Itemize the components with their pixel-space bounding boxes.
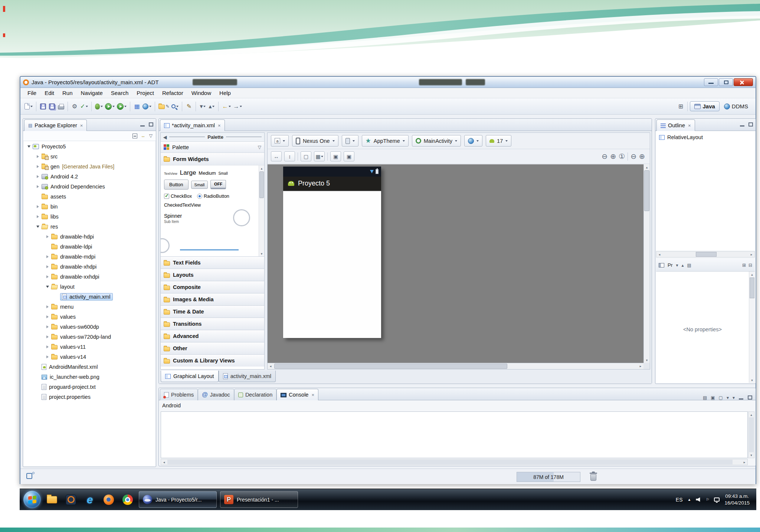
expand-arrow-icon[interactable]: [45, 264, 50, 270]
zoom-in-mag-icon[interactable]: ⊕: [610, 153, 616, 160]
show-hidden-icons[interactable]: ▲: [688, 497, 691, 502]
expand-arrow-icon[interactable]: [45, 314, 50, 320]
tree-item[interactable]: drawable-xxhdpi: [24, 272, 155, 282]
tree-item[interactable]: src: [24, 151, 155, 161]
prev-annotation-button[interactable]: ▴: [207, 101, 216, 112]
next-annotation-button[interactable]: ▾: [198, 101, 207, 112]
print-button[interactable]: [56, 101, 65, 112]
tree-item[interactable]: values: [24, 312, 155, 322]
taskbar-internet-explorer-button[interactable]: e: [82, 492, 98, 508]
scrollbar-thumb[interactable]: [274, 364, 507, 369]
tab-outline[interactable]: Outline ×: [656, 119, 695, 131]
tree-item[interactable]: drawable-hdpi: [24, 231, 155, 242]
expand-arrow-icon[interactable]: [45, 234, 50, 240]
expand-arrow-icon[interactable]: [35, 184, 41, 190]
tree-item[interactable]: layout: [24, 282, 155, 292]
menu-file[interactable]: File: [23, 88, 40, 98]
save-button[interactable]: [39, 101, 48, 112]
tree-item[interactable]: Android Dependencies: [24, 181, 155, 191]
palette-item-spinner[interactable]: Spinner Sub Item: [164, 213, 182, 224]
menu-search[interactable]: Search: [107, 88, 133, 98]
taskbar-media-player-button[interactable]: [63, 492, 79, 508]
palette-item-textview[interactable]: TextView Large Medium Small: [164, 169, 228, 177]
scroll-left-icon[interactable]: ◂: [656, 252, 662, 257]
close-view-icon[interactable]: ×: [80, 123, 83, 128]
tab-problems[interactable]: Problems: [160, 389, 198, 400]
open-perspective-button[interactable]: ⊞: [676, 101, 685, 112]
palette-item-checkedtextview[interactable]: CheckedTextView: [164, 203, 201, 208]
device-preview[interactable]: Proyecto 5: [283, 167, 381, 338]
expand-all-icon[interactable]: ⊞: [742, 263, 746, 267]
new-grid-button[interactable]: ▦: [132, 101, 141, 112]
palette-item-progressbar-large[interactable]: [233, 209, 250, 226]
palette-item-small-button[interactable]: Small: [191, 181, 208, 189]
zoom-out-icon[interactable]: ⊖: [630, 153, 636, 160]
tree-item[interactable]: Android 4.2: [24, 171, 155, 181]
forward-button[interactable]: →: [232, 101, 243, 112]
tab-package-explorer[interactable]: ▤ Package Explorer ×: [24, 119, 87, 131]
scroll-up-icon[interactable]: ▴: [644, 164, 650, 170]
pin-console-icon[interactable]: ▢: [719, 395, 723, 400]
volume-icon[interactable]: [696, 497, 701, 502]
palette-menu-icon[interactable]: ▽: [258, 145, 261, 150]
tree-item[interactable]: res: [24, 221, 155, 231]
maximize-view-icon[interactable]: [747, 395, 753, 400]
display-console-icon[interactable]: ▾: [727, 395, 729, 400]
scroll-right-icon[interactable]: ▸: [741, 459, 747, 465]
palette-section-advanced[interactable]: Advanced: [161, 330, 264, 342]
tree-item[interactable]: drawable-mdpi: [24, 252, 155, 262]
scroll-down-icon[interactable]: ▾: [259, 251, 264, 256]
palette-section-layouts[interactable]: Layouts: [161, 269, 264, 281]
close-tab-icon[interactable]: ×: [218, 123, 221, 128]
start-button[interactable]: [23, 491, 41, 508]
design-canvas[interactable]: Proyecto 5: [268, 164, 643, 363]
run-external-button[interactable]: [116, 101, 128, 112]
api-level-dropdown[interactable]: 17: [486, 135, 511, 147]
palette-item-button[interactable]: Button: [164, 180, 189, 190]
palette-section-form-widgets[interactable]: Form Widgets: [161, 153, 264, 165]
tool-grid-button[interactable]: ▦: [314, 151, 325, 161]
taskbar-chrome-button[interactable]: [120, 492, 135, 508]
close-view-icon[interactable]: ×: [688, 123, 691, 128]
taskbar-explorer-button[interactable]: [44, 492, 60, 508]
tab-console[interactable]: Console ×: [276, 389, 318, 400]
scroll-lock-icon[interactable]: ▣: [711, 395, 715, 400]
tab-activity-main-xml[interactable]: *activity_main.xml ×: [160, 119, 225, 131]
minimize-view-icon[interactable]: [740, 122, 745, 127]
close-button[interactable]: [734, 78, 753, 86]
mark-occurrences-button[interactable]: ✎: [184, 101, 193, 112]
tool-move-h-button[interactable]: ↔: [271, 151, 282, 161]
outline-horizontal-scrollbar[interactable]: ◂ ▸: [656, 251, 755, 257]
scroll-up-icon[interactable]: ▴: [259, 165, 264, 171]
tree-item[interactable]: ic_launcher-web.png: [24, 372, 155, 382]
tree-item[interactable]: values-v14: [24, 352, 155, 362]
minimize-button[interactable]: [704, 78, 718, 86]
palette-section-images-media[interactable]: Images & Media: [161, 293, 264, 305]
palette-section-time-date[interactable]: Time & Date: [161, 305, 264, 318]
tree-item[interactable]: proguard-project.txt: [24, 382, 155, 392]
tab-javadoc[interactable]: @ Javadoc: [198, 389, 234, 400]
palette-item-progressbar[interactable]: [161, 238, 170, 253]
palette-section-other[interactable]: Other: [161, 342, 264, 354]
expand-arrow-icon[interactable]: [35, 164, 41, 170]
show-advanced-icon[interactable]: ▤: [687, 263, 691, 267]
console-output[interactable]: [161, 411, 748, 458]
perspective-ddms[interactable]: DDMS: [720, 101, 753, 111]
expand-arrow-icon[interactable]: [45, 324, 50, 330]
menu-navigate[interactable]: Navigate: [77, 88, 107, 98]
link-with-editor-icon[interactable]: ↔: [141, 134, 145, 138]
palette-section-text-fields[interactable]: Text Fields: [161, 256, 264, 269]
scrollbar-thumb[interactable]: [749, 417, 754, 452]
close-view-icon[interactable]: ×: [311, 392, 314, 398]
run-garbage-collector-button[interactable]: [590, 472, 597, 481]
expand-arrow-icon[interactable]: [35, 204, 41, 210]
console-vertical-scrollbar[interactable]: ▴ ▾: [748, 411, 754, 458]
properties-scrollbar[interactable]: ▴ ▾: [749, 272, 755, 383]
collapse-arrow-icon[interactable]: [26, 144, 32, 150]
scroll-right-icon[interactable]: ▸: [748, 252, 754, 257]
tab-declaration[interactable]: Declaration: [234, 389, 276, 400]
task-eclipse[interactable]: Java - Proyecto5/r...: [139, 491, 217, 508]
expand-arrow-icon[interactable]: [45, 334, 50, 340]
theme-dropdown[interactable]: ★AppTheme: [362, 135, 409, 147]
zoom-out-mag-icon[interactable]: ⊖: [602, 153, 607, 160]
